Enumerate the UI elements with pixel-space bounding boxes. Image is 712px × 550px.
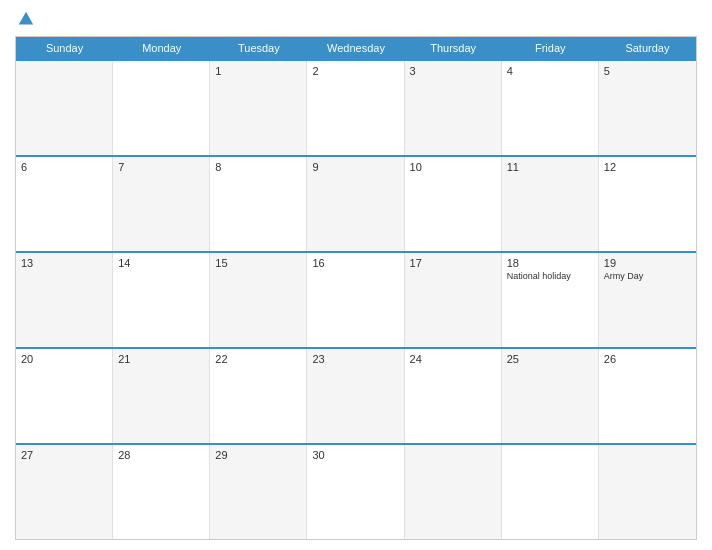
day-cell: 7 [113,157,210,251]
day-cell: 17 [405,253,502,347]
day-header-sunday: Sunday [16,37,113,59]
header [15,10,697,28]
day-number: 26 [604,353,691,365]
logo [15,10,35,28]
day-header-thursday: Thursday [405,37,502,59]
week-row-3: 20212223242526 [16,347,696,443]
day-cell [16,61,113,155]
day-number: 11 [507,161,593,173]
event-label: Army Day [604,271,691,283]
day-cell: 30 [307,445,404,539]
day-cell: 2 [307,61,404,155]
day-number: 25 [507,353,593,365]
day-cell: 5 [599,61,696,155]
day-number: 13 [21,257,107,269]
week-row-1: 6789101112 [16,155,696,251]
day-cell: 1 [210,61,307,155]
day-header-wednesday: Wednesday [307,37,404,59]
day-headers-row: SundayMondayTuesdayWednesdayThursdayFrid… [16,37,696,59]
day-cell: 10 [405,157,502,251]
day-cell: 20 [16,349,113,443]
day-header-friday: Friday [502,37,599,59]
day-cell: 3 [405,61,502,155]
day-header-monday: Monday [113,37,210,59]
day-number: 5 [604,65,691,77]
day-number: 21 [118,353,204,365]
day-number: 12 [604,161,691,173]
event-label: National holiday [507,271,593,283]
week-row-4: 27282930 [16,443,696,539]
day-number: 19 [604,257,691,269]
day-number: 29 [215,449,301,461]
day-number: 20 [21,353,107,365]
svg-marker-0 [19,12,33,25]
day-number: 28 [118,449,204,461]
day-cell: 19Army Day [599,253,696,347]
day-cell: 29 [210,445,307,539]
day-number: 17 [410,257,496,269]
day-cell: 6 [16,157,113,251]
day-number: 16 [312,257,398,269]
day-number: 7 [118,161,204,173]
day-cell: 14 [113,253,210,347]
day-cell: 18National holiday [502,253,599,347]
day-number: 14 [118,257,204,269]
day-cell: 27 [16,445,113,539]
day-cell: 13 [16,253,113,347]
day-cell: 15 [210,253,307,347]
day-number: 22 [215,353,301,365]
day-cell: 21 [113,349,210,443]
day-cell: 4 [502,61,599,155]
day-number: 1 [215,65,301,77]
day-cell: 26 [599,349,696,443]
calendar-page: SundayMondayTuesdayWednesdayThursdayFrid… [0,0,712,550]
day-cell: 22 [210,349,307,443]
day-cell: 25 [502,349,599,443]
day-cell: 9 [307,157,404,251]
day-number: 4 [507,65,593,77]
day-number: 10 [410,161,496,173]
day-number: 15 [215,257,301,269]
day-number: 3 [410,65,496,77]
day-cell: 24 [405,349,502,443]
day-cell: 28 [113,445,210,539]
weeks-container: 123456789101112131415161718National holi… [16,59,696,539]
day-number: 6 [21,161,107,173]
week-row-2: 131415161718National holiday19Army Day [16,251,696,347]
day-cell: 8 [210,157,307,251]
day-number: 27 [21,449,107,461]
day-number: 23 [312,353,398,365]
day-cell [405,445,502,539]
day-cell: 11 [502,157,599,251]
week-row-0: 12345 [16,59,696,155]
day-cell [502,445,599,539]
day-number: 8 [215,161,301,173]
day-number: 2 [312,65,398,77]
day-number: 30 [312,449,398,461]
logo-icon [17,10,35,28]
day-header-saturday: Saturday [599,37,696,59]
day-cell [113,61,210,155]
day-cell: 23 [307,349,404,443]
day-cell: 16 [307,253,404,347]
day-cell [599,445,696,539]
day-number: 18 [507,257,593,269]
day-number: 9 [312,161,398,173]
day-number: 24 [410,353,496,365]
calendar-grid: SundayMondayTuesdayWednesdayThursdayFrid… [15,36,697,540]
day-header-tuesday: Tuesday [210,37,307,59]
day-cell: 12 [599,157,696,251]
